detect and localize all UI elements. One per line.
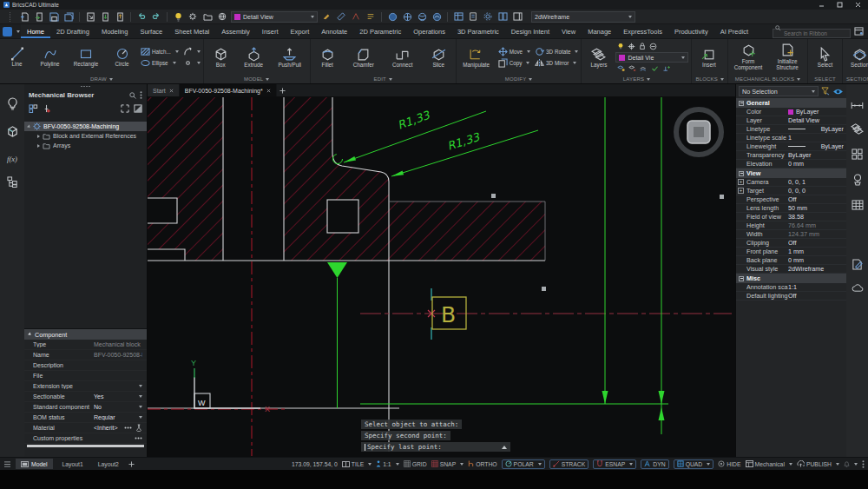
prop-layer[interactable]: LayerDetail View [736, 116, 846, 125]
cloud-rail-icon[interactable] [852, 284, 864, 293]
tab-export[interactable]: Export [285, 24, 316, 38]
render-sphere-1-icon[interactable] [386, 11, 398, 23]
prop-lens-length[interactable]: Lens length50 mm [736, 204, 846, 213]
tab-expresstools[interactable]: ExpressTools [617, 24, 668, 38]
insert-button[interactable]: Insert [693, 40, 725, 75]
initialize-structure-button[interactable]: Initialize Structure [768, 40, 806, 75]
hor-scrollbar[interactable] [27, 445, 144, 447]
layer-combo[interactable]: Detail Vie [615, 52, 688, 63]
tab-home[interactable]: Home [21, 24, 50, 38]
ribbon-group-edit-label[interactable]: EDIT [312, 75, 455, 83]
rotate3d-button[interactable]: 3D Rotate [533, 47, 580, 57]
layer-state-icon[interactable] [640, 65, 648, 72]
panel-icon[interactable] [511, 11, 523, 23]
model-tab[interactable]: Model [16, 459, 53, 469]
layer-on-icon[interactable] [617, 43, 624, 50]
prop-back-plane[interactable]: Back plane0 mm [736, 256, 846, 265]
component-row-type[interactable]: TypeMechanical block [24, 340, 147, 350]
form-component-button[interactable]: Form Component [729, 40, 767, 75]
grid-toggle[interactable]: GRID [404, 460, 427, 467]
notifications-button[interactable] [844, 460, 858, 467]
close-icon[interactable] [169, 89, 174, 93]
ribbon-group-blocks-label[interactable]: BLOCKS [693, 75, 727, 83]
rectangle-button[interactable]: Rectangle [67, 40, 105, 75]
ribbon-group-mechanical-blocks-label[interactable]: MECHANICAL BLOCKS [729, 75, 806, 83]
prop-lineweight[interactable]: LineweightByLayer [736, 142, 846, 151]
selection-combo[interactable]: No Selection [739, 86, 819, 96]
tab-sheet-metal[interactable]: Sheet Metal [168, 24, 215, 38]
component-row-material[interactable]: Material<Inherit> [24, 423, 147, 433]
tool-measure-icon[interactable] [335, 11, 347, 23]
tab-annotate[interactable]: Annotate [315, 24, 353, 38]
table-rail-icon[interactable] [852, 200, 864, 210]
tab-modeling[interactable]: Modeling [95, 24, 134, 38]
ribbon-options-icon[interactable] [854, 27, 864, 36]
layer-unisolate-icon[interactable] [628, 65, 636, 72]
layer-isolate-icon[interactable] [617, 65, 625, 72]
prop-width[interactable]: Width124.37 mm [736, 230, 846, 239]
prop-target[interactable]: +Target0, 0, 0 [736, 187, 846, 195]
hatch-button[interactable]: Hatch... [139, 47, 181, 57]
drawing-canvas[interactable]: Start BFV-0050-92508-Machining* [148, 84, 735, 457]
prop-elevation[interactable]: Elevation0 mm [736, 160, 846, 169]
tab-view[interactable]: View [556, 24, 582, 38]
tab-3d-parametric[interactable]: 3D Parametric [451, 24, 505, 38]
circle-button[interactable]: Circle [106, 40, 138, 75]
prop-camera[interactable]: +Camera0, 0, 1 [736, 178, 846, 187]
save-button[interactable] [48, 11, 60, 23]
green-dimensions[interactable]: R1,33 R1,33 [327, 97, 668, 434]
add-layout-icon[interactable] [128, 461, 135, 467]
mechanical-browser-rail-icon[interactable] [3, 122, 21, 140]
prop-default-lighting[interactable]: Default lightingOff [736, 292, 846, 301]
ribbon-search-input[interactable] [773, 29, 851, 38]
section-view[interactable]: View [736, 169, 846, 178]
component-row-standard-component[interactable]: Standard componentNo [24, 402, 147, 413]
open-file-button[interactable] [33, 11, 45, 23]
prop-field-of-view[interactable]: Field of view38.58 [736, 213, 846, 221]
dimension-rail-icon[interactable] [851, 102, 864, 109]
tool-id-icon[interactable] [350, 11, 362, 23]
pushpull-button[interactable]: Push/Pull [271, 40, 309, 75]
render-sphere-4-icon[interactable] [431, 11, 443, 23]
prop-transparency[interactable]: TransparencyByLayer [736, 151, 846, 160]
copy-button[interactable]: Copy [496, 58, 532, 69]
component-row-description[interactable]: Description [24, 360, 147, 371]
prop-perspective[interactable]: PerspectiveOff [736, 195, 846, 204]
minimize-button[interactable] [819, 2, 825, 8]
layer-lock-icon[interactable] [639, 43, 646, 50]
line-button[interactable]: Line [1, 40, 33, 75]
prop-linetype[interactable]: LinetypeByLayer [736, 125, 846, 134]
layers-button[interactable]: Layers [582, 40, 615, 75]
view-style-combo[interactable]: Detail View [231, 11, 318, 23]
component-row-extension-type[interactable]: Extension type [24, 381, 147, 392]
new-doc-tab-button[interactable] [277, 84, 289, 96]
ribbon-group-modify-label[interactable]: MODIFY [457, 75, 581, 83]
ortho-toggle[interactable]: ORTHO [468, 460, 496, 467]
polyline-button[interactable]: Polyline [34, 40, 66, 75]
close-icon[interactable] [266, 89, 271, 93]
ribbon-group-draw-label[interactable]: DRAW [1, 75, 202, 83]
workspace-icon[interactable] [496, 11, 509, 23]
point-button[interactable] [181, 58, 202, 69]
prop-visual-style[interactable]: Visual style2dWireframe [736, 265, 846, 274]
drawing-viewport[interactable]: R1,33 R1,33 B W Y X [148, 84, 735, 457]
save-all-button[interactable] [62, 11, 75, 23]
extrude-button[interactable]: Extrude [238, 40, 270, 75]
annotation-scale-toggle[interactable]: 1:1 [376, 460, 398, 467]
expand-icon[interactable]: + [738, 179, 744, 185]
command-expand-icon[interactable] [502, 446, 507, 449]
tab-surface[interactable]: Surface [134, 24, 168, 38]
tool-list-icon[interactable] [365, 11, 377, 23]
table-tool-icon[interactable] [452, 11, 464, 23]
layout2-tab[interactable]: Layout2 [93, 459, 124, 469]
parameters-rail-icon[interactable]: f(x) [3, 150, 21, 168]
doc-tab-start[interactable]: Start [148, 84, 180, 96]
folder-icon[interactable] [201, 11, 214, 23]
component-header[interactable]: Component [24, 329, 147, 340]
kebab-menu-icon[interactable] [140, 91, 142, 99]
section-button[interactable]: Section [844, 40, 868, 75]
polar-toggle[interactable]: POLAR [502, 459, 545, 469]
browser-display-icon[interactable] [134, 104, 142, 113]
ribbon-group-model-label[interactable]: MODEL [205, 75, 309, 83]
blocks-rail-icon[interactable] [852, 149, 863, 160]
